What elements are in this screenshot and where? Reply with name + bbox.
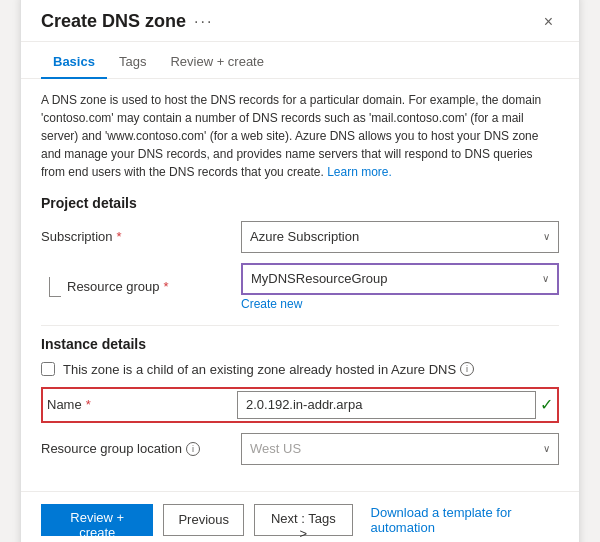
name-valid-icon: ✓ bbox=[540, 395, 553, 414]
child-zone-label: This zone is a child of an existing zone… bbox=[63, 362, 474, 377]
tab-basics[interactable]: Basics bbox=[41, 46, 107, 79]
name-required: * bbox=[86, 397, 91, 412]
review-create-button[interactable]: Review + create bbox=[41, 504, 153, 536]
tree-connector bbox=[49, 277, 61, 297]
child-zone-checkbox[interactable] bbox=[41, 362, 55, 376]
name-label: Name * bbox=[47, 393, 237, 416]
subscription-required: * bbox=[117, 229, 122, 244]
next-button[interactable]: Next : Tags > bbox=[254, 504, 353, 536]
location-row: Resource group location i West US ∨ bbox=[41, 433, 559, 465]
location-select[interactable]: West US ∨ bbox=[241, 433, 559, 465]
resource-group-label: Resource group * bbox=[67, 279, 169, 294]
resource-group-chevron-icon: ∨ bbox=[542, 273, 549, 284]
title-row: Create DNS zone ··· bbox=[41, 11, 213, 32]
automation-link[interactable]: Download a template for automation bbox=[371, 505, 559, 535]
resource-group-row: Resource group * MyDNSResourceGroup ∨ Cr… bbox=[41, 263, 559, 311]
section-divider bbox=[41, 325, 559, 326]
previous-button[interactable]: Previous bbox=[163, 504, 244, 536]
subscription-row: Subscription * Azure Subscription ∨ bbox=[41, 221, 559, 253]
name-row: Name * ✓ bbox=[41, 387, 559, 423]
location-chevron-icon: ∨ bbox=[543, 443, 550, 454]
panel-title: Create DNS zone bbox=[41, 11, 186, 32]
resource-group-tree: Resource group * bbox=[41, 277, 241, 297]
location-label: Resource group location i bbox=[41, 441, 241, 456]
panel-body: A DNS zone is used to host the DNS recor… bbox=[21, 79, 579, 491]
subscription-label: Subscription * bbox=[41, 229, 241, 244]
project-details-title: Project details bbox=[41, 195, 559, 211]
close-button[interactable]: × bbox=[538, 11, 559, 33]
create-dns-zone-panel: Create DNS zone ··· × Basics Tags Review… bbox=[20, 0, 580, 542]
tab-tags[interactable]: Tags bbox=[107, 46, 158, 79]
instance-details-section: Instance details This zone is a child of… bbox=[41, 336, 559, 465]
subscription-chevron-icon: ∨ bbox=[543, 231, 550, 242]
project-details-section: Project details Subscription * Azure Sub… bbox=[41, 195, 559, 311]
name-input[interactable] bbox=[237, 391, 536, 419]
tab-review-create[interactable]: Review + create bbox=[158, 46, 276, 79]
description-text: A DNS zone is used to host the DNS recor… bbox=[41, 91, 559, 181]
create-new-link[interactable]: Create new bbox=[241, 297, 559, 311]
child-zone-info-icon[interactable]: i bbox=[460, 362, 474, 376]
panel-footer: Review + create Previous Next : Tags > D… bbox=[21, 491, 579, 543]
instance-details-title: Instance details bbox=[41, 336, 559, 352]
panel-more-options[interactable]: ··· bbox=[194, 13, 213, 31]
panel-header: Create DNS zone ··· × bbox=[21, 0, 579, 42]
learn-more-link[interactable]: Learn more. bbox=[327, 165, 392, 179]
subscription-control: Azure Subscription ∨ bbox=[241, 221, 559, 253]
subscription-select[interactable]: Azure Subscription ∨ bbox=[241, 221, 559, 253]
location-info-icon[interactable]: i bbox=[186, 442, 200, 456]
resource-group-select[interactable]: MyDNSResourceGroup ∨ bbox=[241, 263, 559, 295]
resource-group-required: * bbox=[164, 279, 169, 294]
child-zone-checkbox-row: This zone is a child of an existing zone… bbox=[41, 362, 559, 377]
resource-group-control: MyDNSResourceGroup ∨ Create new bbox=[241, 263, 559, 311]
tab-bar: Basics Tags Review + create bbox=[21, 46, 579, 79]
name-input-wrapper: ✓ bbox=[237, 391, 553, 419]
